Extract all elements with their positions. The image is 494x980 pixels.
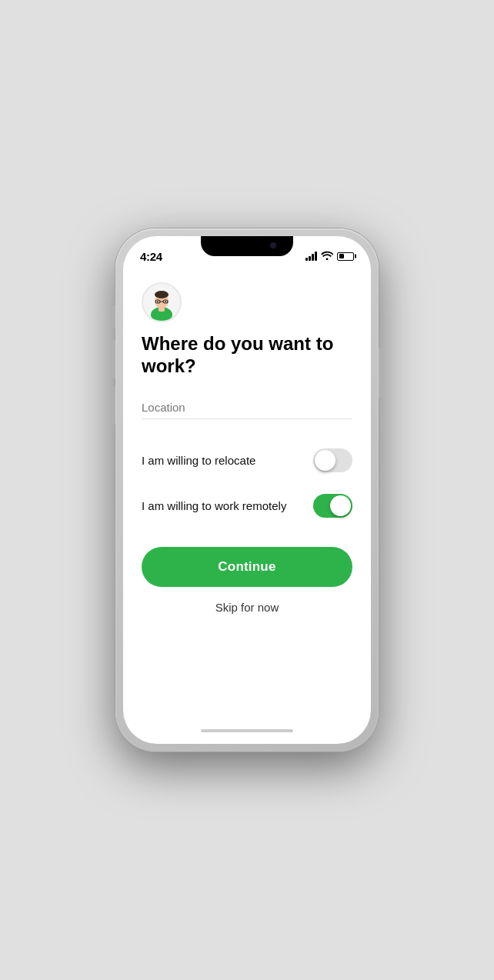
svg-point-9 (165, 301, 166, 302)
signal-icon (305, 252, 317, 261)
volume-down-button (112, 386, 115, 425)
continue-button[interactable]: Continue (142, 547, 352, 587)
remote-toggle[interactable] (313, 494, 352, 518)
svg-point-8 (157, 301, 159, 302)
home-indicator (123, 718, 371, 744)
relocate-toggle-knob (315, 450, 335, 471)
phone-frame: 4:24 (115, 228, 379, 752)
skip-link[interactable]: Skip for now (142, 601, 352, 614)
battery-icon (337, 252, 354, 261)
status-icons (305, 251, 354, 262)
location-input[interactable] (142, 396, 352, 419)
home-bar (201, 729, 293, 732)
camera-dot (270, 242, 276, 248)
remote-label: I am willing to work remotely (142, 499, 286, 512)
relocate-toggle-row: I am willing to relocate (142, 438, 352, 483)
notch (201, 236, 293, 256)
power-button (379, 348, 382, 398)
location-input-container[interactable] (142, 396, 352, 419)
remote-toggle-knob (330, 495, 351, 516)
remote-toggle-row: I am willing to work remotely (142, 483, 352, 528)
relocate-toggle[interactable] (313, 448, 352, 472)
wifi-icon (321, 251, 333, 262)
phone-screen: 4:24 (123, 236, 371, 744)
avatar (142, 282, 182, 322)
page-title: Where do you want to work? (142, 333, 352, 378)
svg-point-4 (155, 291, 169, 298)
relocate-label: I am willing to relocate (142, 454, 255, 467)
volume-up-button (112, 340, 115, 378)
app-content: Where do you want to work? I am willing … (123, 270, 371, 718)
status-time: 4:24 (140, 250, 162, 263)
